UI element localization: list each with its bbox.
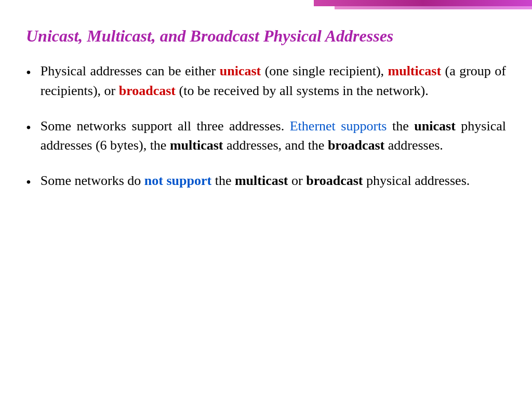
text-broadcast-1: broadcast [119, 83, 176, 98]
text-not-support: not support [144, 173, 211, 188]
bullet-text-2: Some networks support all three addresse… [41, 116, 506, 155]
text-unicast-2: unicast [414, 118, 455, 134]
text-broadcast-3: broadcast [306, 173, 363, 188]
bullet-list: • Physical addresses can be either unica… [26, 61, 506, 193]
bullet-dot-2: • [26, 117, 31, 139]
slide-title: Unicast, Multicast, and Broadcast Physic… [26, 26, 506, 46]
bullet-item-3: • Some networks do not support the multi… [26, 171, 506, 193]
text-ethernet-supports: Ethernet supports [290, 118, 387, 134]
bullet-text-3: Some networks do not support the multica… [41, 171, 506, 191]
bullet-item-2: • Some networks support all three addres… [26, 116, 506, 155]
text-broadcast-2: broadcast [328, 138, 384, 153]
text-multicast-3: multicast [235, 173, 288, 188]
text-multicast-1: multicast [388, 63, 442, 78]
bullet-item-1: • Physical addresses can be either unica… [26, 61, 506, 100]
bullet-text-1: Physical addresses can be either unicast… [41, 61, 506, 100]
bullet-dot-3: • [26, 172, 31, 193]
bullet-dot-1: • [26, 62, 31, 84]
slide-container: Unicast, Multicast, and Broadcast Physic… [0, 0, 532, 399]
text-unicast: unicast [220, 63, 261, 78]
text-multicast-2: multicast [170, 138, 223, 153]
